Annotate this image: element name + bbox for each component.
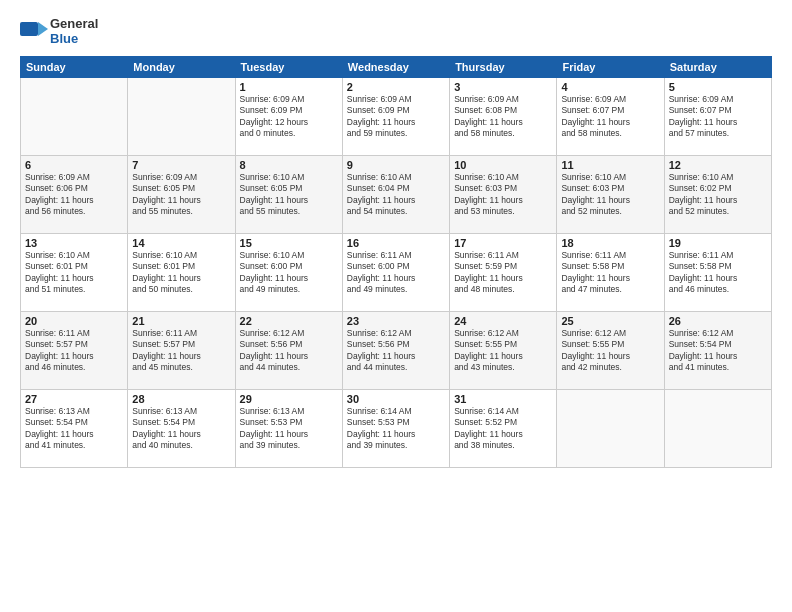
calendar-cell: 1Sunrise: 6:09 AM Sunset: 6:09 PM Daylig… xyxy=(235,78,342,156)
calendar-cell: 19Sunrise: 6:11 AM Sunset: 5:58 PM Dayli… xyxy=(664,234,771,312)
day-number: 20 xyxy=(25,315,123,327)
calendar-cell xyxy=(128,78,235,156)
col-header-saturday: Saturday xyxy=(664,57,771,78)
day-number: 31 xyxy=(454,393,552,405)
page: General Blue SundayMondayTuesdayWednesda… xyxy=(0,0,792,612)
calendar-cell: 17Sunrise: 6:11 AM Sunset: 5:59 PM Dayli… xyxy=(450,234,557,312)
day-info: Sunrise: 6:10 AM Sunset: 6:04 PM Dayligh… xyxy=(347,172,445,218)
logo: General Blue xyxy=(20,16,98,46)
day-number: 7 xyxy=(132,159,230,171)
header: General Blue xyxy=(20,16,772,46)
day-info: Sunrise: 6:09 AM Sunset: 6:07 PM Dayligh… xyxy=(561,94,659,140)
day-info: Sunrise: 6:09 AM Sunset: 6:09 PM Dayligh… xyxy=(347,94,445,140)
day-number: 19 xyxy=(669,237,767,249)
calendar-cell: 2Sunrise: 6:09 AM Sunset: 6:09 PM Daylig… xyxy=(342,78,449,156)
day-info: Sunrise: 6:10 AM Sunset: 6:00 PM Dayligh… xyxy=(240,250,338,296)
day-info: Sunrise: 6:13 AM Sunset: 5:54 PM Dayligh… xyxy=(25,406,123,452)
logo-icon xyxy=(20,20,48,42)
day-number: 29 xyxy=(240,393,338,405)
day-number: 21 xyxy=(132,315,230,327)
calendar-cell xyxy=(557,390,664,468)
day-info: Sunrise: 6:13 AM Sunset: 5:54 PM Dayligh… xyxy=(132,406,230,452)
day-info: Sunrise: 6:11 AM Sunset: 5:57 PM Dayligh… xyxy=(132,328,230,374)
calendar-cell: 3Sunrise: 6:09 AM Sunset: 6:08 PM Daylig… xyxy=(450,78,557,156)
day-number: 28 xyxy=(132,393,230,405)
calendar-cell: 5Sunrise: 6:09 AM Sunset: 6:07 PM Daylig… xyxy=(664,78,771,156)
day-info: Sunrise: 6:12 AM Sunset: 5:56 PM Dayligh… xyxy=(347,328,445,374)
calendar-cell: 28Sunrise: 6:13 AM Sunset: 5:54 PM Dayli… xyxy=(128,390,235,468)
col-header-monday: Monday xyxy=(128,57,235,78)
calendar-cell: 23Sunrise: 6:12 AM Sunset: 5:56 PM Dayli… xyxy=(342,312,449,390)
col-header-tuesday: Tuesday xyxy=(235,57,342,78)
day-number: 10 xyxy=(454,159,552,171)
day-info: Sunrise: 6:11 AM Sunset: 5:58 PM Dayligh… xyxy=(669,250,767,296)
day-info: Sunrise: 6:10 AM Sunset: 6:02 PM Dayligh… xyxy=(669,172,767,218)
day-number: 8 xyxy=(240,159,338,171)
day-number: 24 xyxy=(454,315,552,327)
day-number: 25 xyxy=(561,315,659,327)
day-info: Sunrise: 6:14 AM Sunset: 5:53 PM Dayligh… xyxy=(347,406,445,452)
day-info: Sunrise: 6:09 AM Sunset: 6:05 PM Dayligh… xyxy=(132,172,230,218)
calendar-cell: 13Sunrise: 6:10 AM Sunset: 6:01 PM Dayli… xyxy=(21,234,128,312)
week-row-5: 27Sunrise: 6:13 AM Sunset: 5:54 PM Dayli… xyxy=(21,390,772,468)
day-info: Sunrise: 6:11 AM Sunset: 5:57 PM Dayligh… xyxy=(25,328,123,374)
day-number: 9 xyxy=(347,159,445,171)
calendar-cell xyxy=(21,78,128,156)
calendar-cell: 29Sunrise: 6:13 AM Sunset: 5:53 PM Dayli… xyxy=(235,390,342,468)
day-number: 22 xyxy=(240,315,338,327)
day-info: Sunrise: 6:10 AM Sunset: 6:01 PM Dayligh… xyxy=(132,250,230,296)
week-row-1: 1Sunrise: 6:09 AM Sunset: 6:09 PM Daylig… xyxy=(21,78,772,156)
day-number: 5 xyxy=(669,81,767,93)
week-row-3: 13Sunrise: 6:10 AM Sunset: 6:01 PM Dayli… xyxy=(21,234,772,312)
day-number: 15 xyxy=(240,237,338,249)
day-info: Sunrise: 6:10 AM Sunset: 6:01 PM Dayligh… xyxy=(25,250,123,296)
day-number: 17 xyxy=(454,237,552,249)
day-info: Sunrise: 6:11 AM Sunset: 6:00 PM Dayligh… xyxy=(347,250,445,296)
calendar-cell: 12Sunrise: 6:10 AM Sunset: 6:02 PM Dayli… xyxy=(664,156,771,234)
calendar-cell: 21Sunrise: 6:11 AM Sunset: 5:57 PM Dayli… xyxy=(128,312,235,390)
day-info: Sunrise: 6:14 AM Sunset: 5:52 PM Dayligh… xyxy=(454,406,552,452)
calendar-cell: 11Sunrise: 6:10 AM Sunset: 6:03 PM Dayli… xyxy=(557,156,664,234)
day-info: Sunrise: 6:10 AM Sunset: 6:05 PM Dayligh… xyxy=(240,172,338,218)
week-row-4: 20Sunrise: 6:11 AM Sunset: 5:57 PM Dayli… xyxy=(21,312,772,390)
col-header-thursday: Thursday xyxy=(450,57,557,78)
day-info: Sunrise: 6:12 AM Sunset: 5:55 PM Dayligh… xyxy=(561,328,659,374)
calendar-cell: 10Sunrise: 6:10 AM Sunset: 6:03 PM Dayli… xyxy=(450,156,557,234)
calendar-cell: 14Sunrise: 6:10 AM Sunset: 6:01 PM Dayli… xyxy=(128,234,235,312)
calendar-cell: 24Sunrise: 6:12 AM Sunset: 5:55 PM Dayli… xyxy=(450,312,557,390)
day-info: Sunrise: 6:09 AM Sunset: 6:06 PM Dayligh… xyxy=(25,172,123,218)
day-number: 30 xyxy=(347,393,445,405)
calendar-cell: 7Sunrise: 6:09 AM Sunset: 6:05 PM Daylig… xyxy=(128,156,235,234)
day-number: 13 xyxy=(25,237,123,249)
day-info: Sunrise: 6:12 AM Sunset: 5:56 PM Dayligh… xyxy=(240,328,338,374)
calendar-cell: 4Sunrise: 6:09 AM Sunset: 6:07 PM Daylig… xyxy=(557,78,664,156)
day-info: Sunrise: 6:11 AM Sunset: 5:59 PM Dayligh… xyxy=(454,250,552,296)
day-number: 14 xyxy=(132,237,230,249)
day-info: Sunrise: 6:09 AM Sunset: 6:08 PM Dayligh… xyxy=(454,94,552,140)
day-number: 11 xyxy=(561,159,659,171)
calendar-cell: 26Sunrise: 6:12 AM Sunset: 5:54 PM Dayli… xyxy=(664,312,771,390)
calendar-cell: 27Sunrise: 6:13 AM Sunset: 5:54 PM Dayli… xyxy=(21,390,128,468)
calendar-cell: 15Sunrise: 6:10 AM Sunset: 6:00 PM Dayli… xyxy=(235,234,342,312)
day-info: Sunrise: 6:09 AM Sunset: 6:07 PM Dayligh… xyxy=(669,94,767,140)
calendar-cell: 16Sunrise: 6:11 AM Sunset: 6:00 PM Dayli… xyxy=(342,234,449,312)
day-info: Sunrise: 6:12 AM Sunset: 5:55 PM Dayligh… xyxy=(454,328,552,374)
col-header-wednesday: Wednesday xyxy=(342,57,449,78)
col-header-friday: Friday xyxy=(557,57,664,78)
day-number: 18 xyxy=(561,237,659,249)
day-number: 3 xyxy=(454,81,552,93)
header-row: SundayMondayTuesdayWednesdayThursdayFrid… xyxy=(21,57,772,78)
day-info: Sunrise: 6:13 AM Sunset: 5:53 PM Dayligh… xyxy=(240,406,338,452)
day-number: 23 xyxy=(347,315,445,327)
calendar-cell: 22Sunrise: 6:12 AM Sunset: 5:56 PM Dayli… xyxy=(235,312,342,390)
calendar-cell: 9Sunrise: 6:10 AM Sunset: 6:04 PM Daylig… xyxy=(342,156,449,234)
calendar-cell: 30Sunrise: 6:14 AM Sunset: 5:53 PM Dayli… xyxy=(342,390,449,468)
calendar-table: SundayMondayTuesdayWednesdayThursdayFrid… xyxy=(20,56,772,468)
day-number: 27 xyxy=(25,393,123,405)
calendar-cell: 18Sunrise: 6:11 AM Sunset: 5:58 PM Dayli… xyxy=(557,234,664,312)
day-number: 4 xyxy=(561,81,659,93)
day-info: Sunrise: 6:11 AM Sunset: 5:58 PM Dayligh… xyxy=(561,250,659,296)
calendar-cell: 31Sunrise: 6:14 AM Sunset: 5:52 PM Dayli… xyxy=(450,390,557,468)
calendar-cell: 20Sunrise: 6:11 AM Sunset: 5:57 PM Dayli… xyxy=(21,312,128,390)
day-number: 6 xyxy=(25,159,123,171)
